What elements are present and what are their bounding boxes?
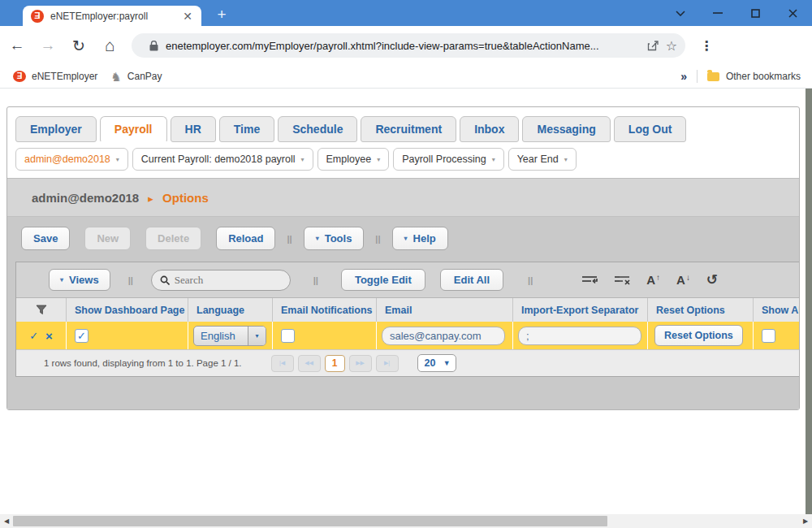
page-size-select[interactable]: 20 ▼ [417, 354, 456, 372]
divider [697, 70, 698, 83]
lock-icon [149, 41, 158, 51]
breadcrumb-current: Options [162, 191, 209, 205]
email-notifications-checkbox[interactable] [281, 329, 295, 343]
window-close-button[interactable] [775, 0, 810, 26]
vertical-scrollbar-thumb[interactable] [806, 89, 812, 514]
tab-recruitment[interactable]: Recruitment [361, 116, 456, 142]
menu-payroll-processing[interactable]: Payroll Processing ▾ [393, 148, 504, 171]
chevron-down-icon: ▾ [377, 156, 380, 163]
header-email-notifications[interactable]: Email Notifications [273, 298, 377, 322]
edit-all-button[interactable]: Edit All [440, 269, 503, 291]
enetemployer-logo-icon: Ǝ [13, 71, 26, 82]
show-all-checkbox[interactable] [762, 329, 775, 343]
tab-time[interactable]: Time [219, 116, 274, 142]
first-page-icon: |◀ [271, 355, 294, 372]
menu-employee[interactable]: Employee ▾ [317, 148, 390, 171]
font-increase-icon[interactable]: A↑ [646, 273, 660, 287]
home-icon[interactable]: ⌂ [96, 32, 123, 59]
table-row: ✓ × English ▾ [16, 322, 799, 349]
header-show-all[interactable]: Show All E [754, 298, 799, 322]
tab-payroll[interactable]: Payroll [100, 116, 167, 142]
new-button: New [84, 227, 131, 250]
scroll-left-icon[interactable]: ◀ [0, 517, 13, 525]
other-bookmarks-button[interactable]: Other bookmarks [726, 71, 801, 82]
enetemployer-logo-icon: Ǝ [31, 10, 44, 23]
breadcrumb-chevron-icon: ▸ [148, 193, 153, 205]
filter-header[interactable] [16, 298, 67, 322]
chevron-down-icon: ▾ [60, 276, 63, 283]
toggle-edit-button[interactable]: Toggle Edit [341, 269, 425, 291]
header-import-export-separator[interactable]: Import-Export Separator [513, 298, 648, 322]
chevron-down-icon: ▾ [316, 235, 319, 242]
bookmark-enetemployer[interactable]: Ǝ eNETEmployer [13, 71, 97, 82]
reset-options-button[interactable]: Reset Options [654, 325, 743, 346]
url-bar[interactable]: enetemployer.com/myEmployer/payroll.xhtm… [132, 33, 685, 58]
vertical-scrollbar[interactable] [806, 89, 812, 514]
app-container: Employer Payroll HR Time Schedule Recrui… [6, 106, 800, 410]
back-icon[interactable]: ← [3, 32, 31, 59]
tab-logout[interactable]: Log Out [614, 116, 687, 142]
header-show-dashboard[interactable]: Show Dashboard Page [67, 298, 188, 322]
tools-button[interactable]: ▾ Tools [304, 227, 365, 250]
tab-employer[interactable]: Employer [15, 116, 97, 142]
reload-icon[interactable]: ↻ [65, 32, 93, 59]
delete-button: Delete [145, 227, 201, 250]
tab-schedule[interactable]: Schedule [278, 116, 357, 142]
save-button[interactable]: Save [21, 227, 70, 250]
last-page-icon: ▶| [376, 355, 399, 372]
bookmarks-overflow-icon[interactable]: » [680, 70, 687, 83]
browser-tab-title: eNETEmployer:payroll [50, 11, 180, 22]
search-input[interactable] [175, 274, 280, 287]
browser-menu-icon[interactable]: ⋮ [700, 38, 713, 54]
window-minimize-button[interactable] [700, 0, 736, 26]
bookmark-star-icon[interactable]: ☆ [666, 38, 677, 54]
clear-rows-icon[interactable] [614, 274, 630, 286]
app-tab-bar: Employer Payroll HR Time Schedule Recrui… [7, 107, 799, 142]
window-maximize-button[interactable] [737, 0, 773, 26]
breadcrumb-root[interactable]: admin@demo2018 [32, 191, 139, 205]
new-tab-button[interactable]: + [211, 4, 232, 25]
tab-inbox[interactable]: Inbox [460, 116, 519, 142]
menu-admin-account[interactable]: admin@demo2018 ▾ [15, 148, 128, 171]
header-language[interactable]: Language [188, 298, 273, 322]
cancel-row-icon[interactable]: × [45, 330, 53, 342]
email-input[interactable] [382, 327, 505, 345]
horizontal-scrollbar[interactable]: ◀ ▶ [0, 514, 812, 528]
bookmark-label: eNETEmployer [32, 71, 97, 82]
toolbar-separator: || [528, 275, 533, 285]
views-button[interactable]: ▾ Views [49, 269, 110, 291]
horizontal-scrollbar-thumb[interactable] [13, 516, 607, 526]
table-header-row: Show Dashboard Page Language Email Notif… [16, 298, 799, 322]
forward-icon[interactable]: → [34, 32, 62, 59]
tab-close-icon[interactable]: ✕ [180, 10, 195, 23]
help-button[interactable]: ▾ Help [392, 227, 448, 250]
accept-row-icon[interactable]: ✓ [29, 330, 38, 342]
browser-titlebar: Ǝ eNETEmployer:payroll ✕ + [0, 0, 812, 26]
chevron-down-icon: ▾ [116, 156, 119, 163]
search-icon [160, 275, 170, 285]
show-dashboard-checkbox[interactable] [75, 329, 89, 343]
current-page-button[interactable]: 1 [325, 355, 345, 372]
share-icon[interactable] [647, 40, 659, 51]
toolbar-separator: || [128, 275, 133, 285]
header-email[interactable]: Email [377, 298, 513, 322]
wrap-text-icon[interactable] [581, 274, 598, 286]
scroll-right-icon[interactable]: ▶ [799, 517, 812, 525]
refresh-view-icon[interactable]: ↺ [706, 273, 718, 287]
window-chevron-icon[interactable] [663, 0, 698, 26]
separator-input[interactable] [518, 327, 641, 345]
font-decrease-icon[interactable]: A↓ [676, 273, 690, 287]
breadcrumb: admin@demo2018 ▸ Options [7, 179, 799, 217]
tab-messaging[interactable]: Messaging [522, 116, 610, 142]
header-reset-options[interactable]: Reset Options [648, 298, 754, 322]
browser-tab[interactable]: Ǝ eNETEmployer:payroll ✕ [23, 6, 201, 26]
language-select[interactable]: English ▾ [193, 326, 266, 346]
bookmark-label: CanPay [127, 71, 162, 82]
reload-button[interactable]: Reload [216, 227, 275, 250]
menu-year-end[interactable]: Year End ▾ [508, 148, 577, 171]
bookmark-canpay[interactable]: ♞ CanPay [110, 71, 162, 83]
menu-label: Payroll Processing [402, 154, 486, 165]
options-table: ▾ Views || || Toggle Edit Edit All || A↑… [15, 262, 799, 377]
tab-hr[interactable]: HR [171, 116, 216, 142]
menu-current-payroll[interactable]: Current Payroll: demo2018 payroll ▾ [132, 148, 313, 171]
